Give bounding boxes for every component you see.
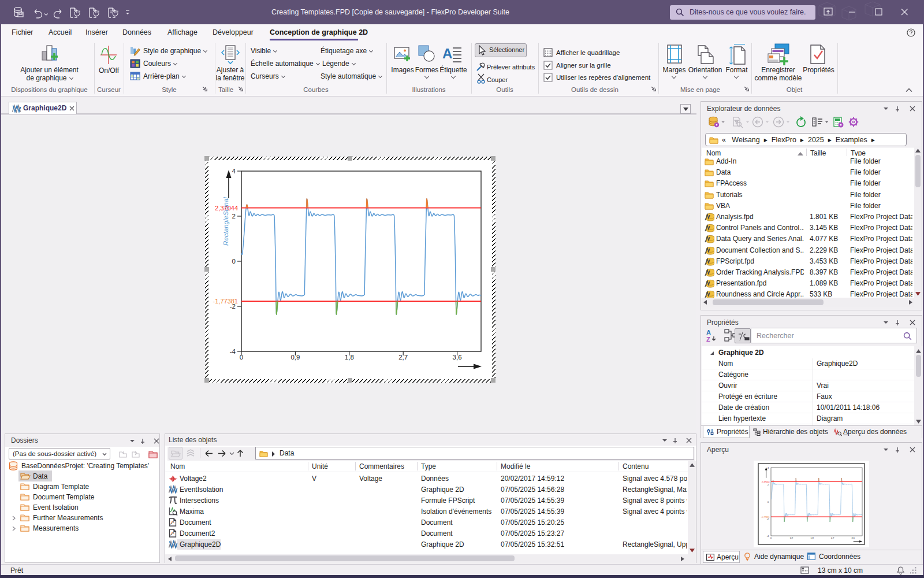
svg-text:0: 0 — [232, 258, 236, 265]
svg-text:2,7: 2,7 — [398, 354, 408, 361]
svg-text:-4: -4 — [767, 535, 769, 538]
svg-text:2,37044: 2,37044 — [762, 481, 770, 483]
svg-text:0: 0 — [240, 354, 243, 361]
svg-text:2,7: 2,7 — [831, 537, 834, 539]
svg-text:3,6: 3,6 — [453, 354, 462, 361]
svg-text:4: 4 — [232, 168, 236, 175]
svg-text:3,6: 3,6 — [852, 537, 855, 539]
svg-text:A: A — [442, 46, 452, 61]
svg-text:Z: Z — [706, 336, 710, 343]
svg-text:-1,77381: -1,77381 — [213, 298, 238, 305]
svg-text:1,8: 1,8 — [810, 537, 813, 539]
svg-text:0,9: 0,9 — [290, 354, 300, 361]
svg-text:4: 4 — [767, 467, 769, 469]
svg-text:-2: -2 — [767, 518, 769, 520]
svg-text:2: 2 — [232, 213, 236, 220]
svg-text:0: 0 — [767, 501, 769, 503]
svg-text:A: A — [706, 329, 711, 336]
svg-text:2: 2 — [767, 484, 769, 486]
svg-text:0,9: 0,9 — [790, 537, 793, 539]
svg-text:2,37044: 2,37044 — [215, 205, 238, 212]
svg-text:1,8: 1,8 — [345, 354, 354, 361]
svg-text:-1,77381: -1,77381 — [761, 516, 770, 518]
svg-text:-4: -4 — [230, 348, 236, 355]
svg-text:0: 0 — [770, 537, 772, 539]
